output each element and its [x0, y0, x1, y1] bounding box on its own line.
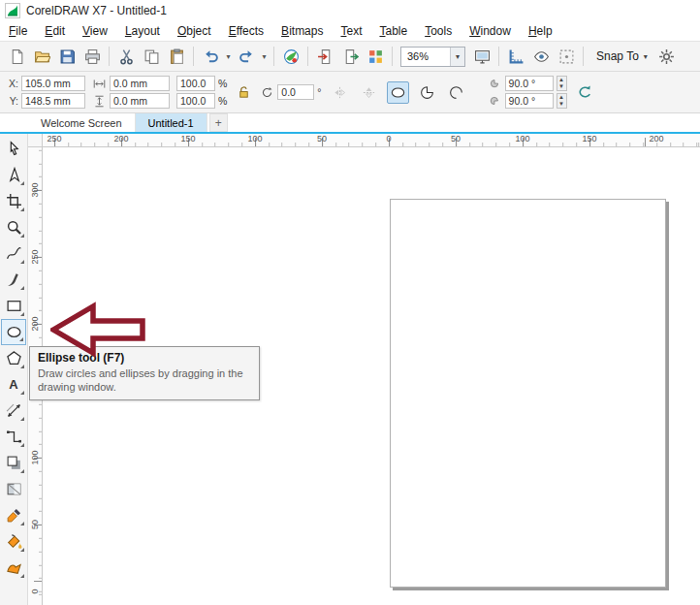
menu-edit[interactable]: Edit — [36, 22, 74, 40]
mirror-horizontal-button[interactable] — [329, 81, 351, 104]
start-angle-icon — [488, 78, 502, 89]
menu-file[interactable]: File — [0, 22, 36, 40]
full-screen-preview-button[interactable] — [469, 44, 494, 69]
change-direction-button[interactable] — [574, 81, 596, 104]
paste-button[interactable] — [164, 44, 189, 69]
pie-mode-button[interactable] — [416, 81, 438, 104]
separator — [273, 47, 274, 66]
interactive-fill-tool[interactable] — [1, 528, 26, 555]
ellipse-tool[interactable] — [1, 319, 26, 345]
import-button[interactable] — [312, 44, 337, 69]
object-width-icon — [92, 78, 107, 90]
toolbox: A — [0, 134, 28, 605]
zoom-tool[interactable] — [1, 214, 26, 240]
spinner-down-icon[interactable]: ▼ — [557, 83, 566, 90]
tab-untitled-1[interactable]: Untitled-1 — [136, 113, 207, 132]
x-position-field[interactable]: 105.0 mm — [21, 76, 85, 91]
hruler-label: 100 — [515, 134, 529, 143]
object-width-field[interactable]: 0.0 mm — [110, 76, 170, 91]
save-button[interactable] — [54, 44, 80, 69]
print-button[interactable] — [80, 44, 105, 69]
menu-help[interactable]: Help — [520, 22, 561, 40]
start-angle-field[interactable]: 90.0 ° — [505, 76, 554, 91]
search-content-button[interactable] — [278, 44, 303, 69]
vruler-label: 200 — [30, 316, 40, 331]
percent-label: % — [218, 95, 227, 107]
x-label: X: — [6, 78, 18, 89]
ellipse-mode-button[interactable] — [387, 81, 409, 104]
freehand-tool[interactable] — [1, 240, 26, 267]
undo-list-button[interactable]: ▾ — [223, 44, 234, 69]
artistic-media-tool[interactable] — [1, 267, 26, 293]
redo-button[interactable] — [234, 44, 259, 69]
tooltip-body: Draw circles and ellipses by dragging in… — [38, 366, 251, 394]
spinner-down-icon[interactable]: ▼ — [557, 101, 566, 108]
export-button[interactable] — [337, 44, 363, 69]
menu-window[interactable]: Window — [461, 22, 520, 40]
hruler-label: 50 — [317, 134, 327, 143]
shape-tool[interactable] — [1, 162, 26, 188]
preview-button[interactable] — [528, 44, 554, 69]
vruler-label: 50 — [30, 520, 40, 529]
cut-button[interactable] — [113, 44, 139, 69]
menu-object[interactable]: Object — [169, 22, 220, 40]
crop-tool[interactable] — [1, 188, 26, 214]
menu-layout[interactable]: Layout — [116, 22, 169, 40]
application-launcher-button[interactable] — [363, 44, 388, 69]
arc-mode-button[interactable] — [445, 81, 467, 104]
tab-welcome-screen[interactable]: Welcome Screen — [28, 113, 136, 132]
spinner-up-icon[interactable]: ▲ — [557, 94, 566, 101]
end-angle-field[interactable]: 90.0 ° — [505, 93, 554, 109]
menu-view[interactable]: View — [74, 22, 116, 40]
vruler-label: 100 — [30, 450, 40, 464]
redo-list-button[interactable]: ▾ — [259, 44, 270, 69]
mirror-vertical-button[interactable] — [358, 81, 380, 104]
y-position-field[interactable]: 148.5 mm — [21, 93, 85, 109]
object-height-field[interactable]: 0.0 mm — [110, 93, 170, 109]
hruler-label: 0 — [386, 134, 391, 143]
scale-h-field[interactable]: 100.0 — [176, 76, 215, 91]
menu-effects[interactable]: Effects — [220, 22, 272, 40]
pick-tool[interactable] — [1, 136, 26, 162]
scale-factor-group: 100.0 % 100.0 % — [176, 76, 227, 109]
copy-button[interactable] — [139, 44, 164, 69]
transparency-tool[interactable] — [1, 476, 26, 502]
rotation-field[interactable]: 0.0 — [277, 84, 314, 100]
undo-button[interactable] — [198, 44, 223, 69]
smart-fill-tool[interactable] — [1, 555, 26, 581]
object-size-group: 0.0 mm 0.0 mm — [92, 76, 170, 109]
end-angle-spinner[interactable]: ▲▼ — [557, 93, 567, 109]
horizontal-ruler[interactable]: 25020015010050050100150200 — [43, 134, 700, 147]
show-rulers-button[interactable] — [503, 44, 528, 69]
color-eyedropper-tool[interactable] — [1, 502, 26, 528]
vruler-label: 250 — [30, 249, 40, 264]
ruler-origin[interactable] — [28, 134, 43, 147]
scale-v-field[interactable]: 100.0 — [176, 93, 215, 109]
spinner-up-icon[interactable]: ▲ — [557, 77, 566, 83]
chevron-down-icon[interactable]: ▾ — [450, 48, 464, 66]
new-document-button[interactable] — [4, 44, 29, 69]
polygon-tool[interactable] — [1, 345, 26, 371]
straight-line-connector-tool[interactable] — [1, 424, 26, 450]
menu-text[interactable]: Text — [332, 22, 370, 40]
rectangle-tool[interactable] — [1, 293, 26, 319]
snap-to-dropdown[interactable]: Snap To ▾ — [589, 47, 654, 66]
drop-shadow-tool[interactable] — [1, 450, 26, 476]
start-angle-spinner[interactable]: ▲▼ — [557, 76, 567, 91]
chevron-down-icon: ▾ — [644, 52, 648, 61]
text-tool[interactable]: A — [1, 371, 26, 398]
hruler-label: 250 — [47, 134, 61, 143]
new-tab-button[interactable]: + — [209, 113, 228, 132]
parallel-dimension-tool[interactable] — [1, 398, 26, 424]
open-button[interactable] — [29, 44, 54, 69]
zoom-level-combo[interactable]: 36% ▾ — [400, 47, 465, 67]
dynamic-guides-button[interactable] — [554, 44, 579, 69]
drawing-page[interactable] — [390, 199, 666, 588]
lock-ratio-button[interactable] — [234, 76, 253, 109]
menu-bitmaps[interactable]: Bitmaps — [272, 22, 332, 40]
hruler-label: 200 — [649, 134, 663, 143]
menu-table[interactable]: Table — [370, 22, 416, 40]
options-button[interactable] — [654, 44, 680, 69]
toolbar-group-mid — [469, 44, 588, 69]
menu-tools[interactable]: Tools — [416, 22, 461, 40]
